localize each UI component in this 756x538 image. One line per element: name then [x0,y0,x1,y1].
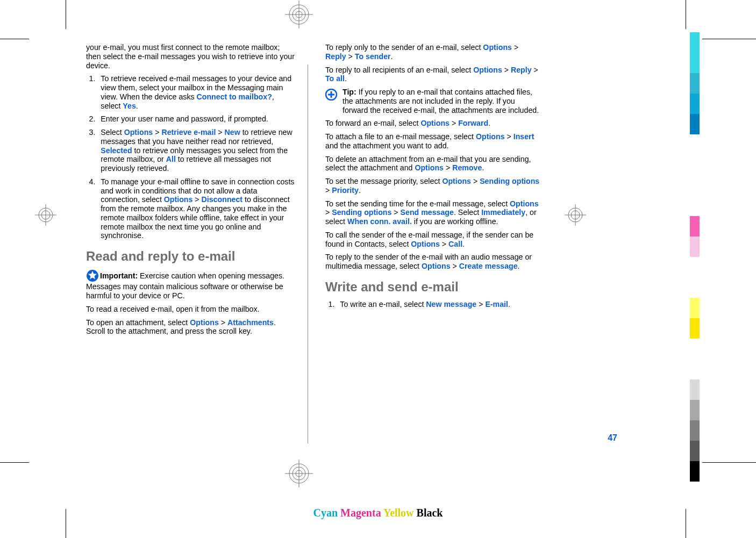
important-label: Important: [100,271,140,280]
column-divider [308,64,308,443]
p-call-sender: To call the sender of the e-mail message… [325,231,540,249]
crop-mark [686,509,686,538]
link-reply: Reply [511,66,532,74]
crop-mark [66,0,66,29]
step-1: To retrieve received e-mail messages to … [97,74,296,110]
intro-paragraph: your e-mail, you must first connect to t… [86,43,296,70]
plus-icon [325,89,337,101]
registration-mark-left [35,204,56,226]
link-new: New [225,128,240,137]
crop-mark [686,0,686,29]
right-column: To reply only to the sender of an e-mail… [315,43,546,460]
link-connect-to-mailbox: Connect to mailbox? [197,92,272,101]
p-attach: To attach a file to an e-mail message, s… [325,132,540,150]
p-forward: To forward an e-mail, select Options > F… [325,119,540,128]
link-options: Options [476,132,505,141]
registration-mark-top [285,1,313,28]
link-options: Options [415,163,444,172]
step-3: Select Options > Retrieve e-mail > New t… [97,128,296,173]
link-sending-options: Sending options [332,208,391,217]
color-footer: Cyan Magenta Yellow Black [313,507,443,519]
page-spread: your e-mail, you must first connect to t… [86,43,624,460]
link-options: Options [510,199,539,208]
p-priority: To set the message priority, select Opti… [325,177,540,195]
link-email: E-mail [485,300,508,309]
link-priority: Priority [332,186,359,195]
link-options: Options [483,43,512,52]
link-options: Options [124,128,153,137]
p-sending-time: To set the sending time for the e-mail m… [325,199,540,226]
footer-black: Black [417,507,443,519]
link-when-conn-avail: When conn. avail. [347,217,412,226]
link-insert: Insert [513,132,534,141]
link-send-message: Send message [401,208,454,217]
p-delete-attachment: To delete an attachment from an e-mail t… [325,155,540,173]
page-number: 47 [608,433,617,443]
crop-mark [702,39,756,39]
link-remove: Remove [452,163,482,172]
link-yes: Yes [123,102,135,110]
link-options: Options [473,66,502,74]
important-note: Important: Exercise caution when opening… [86,269,296,300]
link-options: Options [190,318,219,327]
link-retrieve-email: Retrieve e-mail [161,128,216,137]
write-step-1: To write an e-mail, select New message >… [337,300,540,309]
registration-mark-bottom [285,460,313,487]
link-forward: Forward [458,119,488,127]
link-to-all: To all [325,74,345,83]
crop-mark [0,462,29,463]
link-new-message: New message [426,300,476,309]
crop-mark [702,462,756,463]
link-selected: Selected [101,146,132,155]
p-reply-sender: To reply only to the sender of an e-mail… [325,43,540,61]
link-options: Options [411,240,440,248]
link-to-sender: To sender [355,52,391,61]
link-immediately: Immediately [481,208,525,217]
p-reply-all: To reply to all recipients of an e-mail,… [325,66,540,84]
footer-magenta: Magenta [340,507,381,519]
heading-write-send: Write and send e-mail [325,279,540,295]
link-attachments: Attachments [227,318,274,327]
link-disconnect: Disconnect [202,195,243,204]
link-reply: Reply [325,52,346,61]
color-bars [690,32,700,482]
link-create-message: Create message [459,262,518,270]
crop-mark [0,39,29,39]
p-open-attachment: To open an attachment, select Options > … [86,318,296,336]
link-options: Options [422,262,451,270]
crop-mark [66,509,66,538]
step-4: To manage your e-mail offline to save in… [97,177,296,240]
p-audio-reply: To reply to the sender of the e-mail wit… [325,253,540,271]
star-icon [86,269,99,282]
footer-yellow: Yellow [383,507,414,519]
link-sending-options: Sending options [480,177,539,185]
tip-label: Tip: [343,88,359,96]
tip-note: Tip: If you reply to an e-mail that cont… [325,88,540,114]
link-call: Call [448,240,462,248]
link-all: All [166,155,176,163]
link-options: Options [442,177,471,185]
heading-read-reply: Read and reply to e-mail [86,249,296,264]
step-2: Enter your user name and password, if pr… [97,114,296,124]
link-options: Options [420,119,450,127]
left-column: your e-mail, you must first connect to t… [86,43,301,460]
p-read: To read a received e-mail, open it from … [86,305,296,314]
footer-cyan: Cyan [313,507,338,519]
link-options: Options [164,195,193,204]
